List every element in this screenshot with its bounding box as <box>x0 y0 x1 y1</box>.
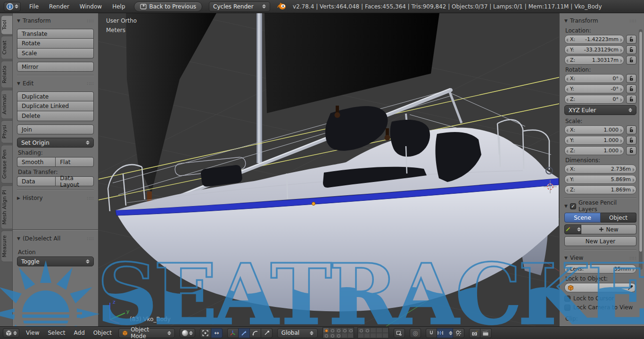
interaction-mode-select[interactable]: Object Mode <box>118 328 175 338</box>
rotate-button[interactable]: Rotate <box>17 39 94 49</box>
lock-scale-x-button[interactable] <box>626 125 636 134</box>
menu-help[interactable]: Help <box>110 3 127 10</box>
grease-pencil-scene-button[interactable]: Scene <box>564 213 601 223</box>
manipulator-axes-button[interactable] <box>227 328 239 338</box>
join-button[interactable]: Join <box>17 124 94 134</box>
deselect-all-panel-header[interactable]: ▼ (De)select All ∷∷ <box>17 234 94 243</box>
opengl-render-image-button[interactable] <box>469 328 480 338</box>
proportional-editing-button[interactable]: ◎ <box>410 328 421 338</box>
menu-render[interactable]: Render <box>47 3 71 10</box>
edit-panel-header[interactable]: ▼ Edit ∷∷ <box>17 79 94 88</box>
lock-rotation-z-button[interactable] <box>626 95 636 104</box>
lock-to-object-field[interactable] <box>564 283 636 292</box>
opengl-render-animation-button[interactable] <box>480 328 492 338</box>
lock-location-x-button[interactable] <box>626 35 636 44</box>
transform-panel-header[interactable]: ▼ Transform ∷∷ <box>564 16 636 25</box>
tab-measure[interactable]: Measure <box>1 231 13 262</box>
lock-location-z-button[interactable] <box>626 56 636 65</box>
rotation-mode-select[interactable]: XYZ Euler <box>564 105 636 115</box>
translate-manipulator-button[interactable] <box>239 328 250 338</box>
layers-widget[interactable] <box>322 327 389 339</box>
panel-grip-icon[interactable]: ∷∷ <box>87 81 94 86</box>
menu-view[interactable]: View <box>24 330 41 336</box>
tab-tool[interactable]: Tool <box>1 15 13 34</box>
render-engine-select[interactable]: Cycles Render <box>209 1 270 12</box>
editor-type-selector[interactable] <box>4 2 21 11</box>
panel-grip-icon[interactable]: ∷∷ <box>87 236 94 241</box>
lens-field[interactable]: Lens:35mm <box>564 265 636 273</box>
scale-y-field[interactable]: Y:1.000 <box>564 136 624 145</box>
dimension-y-field[interactable]: Y:5.869m <box>564 175 636 184</box>
mirror-button[interactable]: Mirror <box>17 62 94 72</box>
location-y-field[interactable]: Y:-33.23129cm <box>564 45 624 54</box>
lock-to-scene-button[interactable] <box>394 328 405 338</box>
scale-x-field[interactable]: X:1.000 <box>564 125 624 134</box>
grease-pencil-object-button[interactable]: Object <box>601 213 636 223</box>
rotation-z-field[interactable]: Z:0° <box>564 95 624 104</box>
menu-file[interactable]: File <box>27 3 41 10</box>
history-panel-header[interactable]: ▶ History ∷∷ <box>17 193 94 203</box>
lock-rotation-y-button[interactable] <box>626 84 636 93</box>
transform-orientation-select[interactable]: Global <box>277 328 318 338</box>
translate-button[interactable]: Translate <box>17 29 94 39</box>
action-select[interactable]: Toggle <box>17 256 94 266</box>
menu-select[interactable]: Select <box>46 330 67 336</box>
grease-pencil-checkbox[interactable]: ✓ <box>570 203 576 209</box>
transform-panel-header[interactable]: ▼ Transform ∷∷ <box>17 16 94 25</box>
data-button[interactable]: Data <box>17 176 55 186</box>
rotation-x-field[interactable]: X:0° <box>564 74 624 83</box>
grease-pencil-panel-header[interactable]: ▼ ✓ Grease Pencil Layers <box>564 201 636 211</box>
tab-physics[interactable]: Physi <box>1 120 13 143</box>
3d-viewport[interactable]: User Ortho Meters (83) Vko_Body z y <box>99 13 559 326</box>
snap-target-select[interactable] <box>453 328 464 338</box>
dimension-z-field[interactable]: Z:1.869m <box>564 185 636 194</box>
set-origin-select[interactable]: Set Origin <box>17 138 94 148</box>
duplicate-linked-button[interactable]: Duplicate Linked <box>17 101 94 111</box>
grease-pencil-brush-select[interactable] <box>564 224 581 234</box>
menu-window[interactable]: Window <box>78 3 104 10</box>
duplicate-button[interactable]: Duplicate <box>17 91 94 101</box>
snap-toggle-button[interactable] <box>426 328 437 338</box>
location-x-field[interactable]: X:-1.42223mm <box>564 35 624 44</box>
rotation-y-field[interactable]: Y:-0° <box>564 84 624 93</box>
lock-scale-z-button[interactable] <box>626 146 636 155</box>
manipulator-toggle-button[interactable]: ↔ <box>211 328 223 338</box>
lock-to-cursor-checkbox[interactable] <box>564 296 570 302</box>
panel-grip-icon[interactable]: ∷∷ <box>87 18 94 24</box>
tab-mesh-align[interactable]: Mesh Align Pl <box>1 185 13 229</box>
tab-grease-pencil[interactable]: Grease Pen <box>1 145 13 183</box>
new-layer-button[interactable]: New Layer <box>564 236 636 246</box>
shade-flat-button[interactable]: Flat <box>55 157 94 167</box>
back-to-previous-button[interactable]: Back to Previous <box>134 1 203 12</box>
menu-add[interactable]: Add <box>72 330 87 336</box>
lock-camera-to-view-checkbox[interactable] <box>564 305 570 311</box>
mast[interactable] <box>256 13 262 163</box>
panel-grip-icon[interactable]: ∷∷ <box>629 256 636 261</box>
scale-z-field[interactable]: Z:1.000 <box>564 146 624 155</box>
location-z-field[interactable]: Z:1.30317m <box>564 56 624 65</box>
lock-scale-y-button[interactable] <box>626 136 636 145</box>
tab-create[interactable]: Creat <box>1 36 13 59</box>
pivot-point-select[interactable] <box>200 328 211 338</box>
editor-type-selector[interactable] <box>3 328 19 338</box>
panel-grip-icon[interactable]: ∷∷ <box>87 196 94 201</box>
panel-scrollbar[interactable] <box>639 29 643 270</box>
layer-grid-left[interactable] <box>322 327 354 339</box>
snap-element-select[interactable] <box>437 328 453 338</box>
menu-object[interactable]: Object <box>91 330 114 336</box>
tab-animation[interactable]: Animati <box>1 90 13 119</box>
eyedropper-icon[interactable] <box>627 285 633 290</box>
dimension-x-field[interactable]: X:2.736m <box>564 165 636 174</box>
viewport-shading-select[interactable] <box>180 328 195 338</box>
panel-grip-icon[interactable]: ∷∷ <box>629 18 636 24</box>
tab-relations[interactable]: Relatio <box>1 61 13 88</box>
lock-rotation-x-button[interactable] <box>626 74 636 83</box>
layer-grid-right[interactable] <box>357 327 389 339</box>
view-panel-header[interactable]: ▼ View ∷∷ <box>564 253 636 263</box>
shade-smooth-button[interactable]: Smooth <box>17 157 55 167</box>
lock-location-y-button[interactable] <box>626 45 636 54</box>
rotate-manipulator-button[interactable] <box>250 328 261 338</box>
data-layout-button[interactable]: Data Layout <box>55 176 94 186</box>
delete-button[interactable]: Delete <box>17 111 94 121</box>
grease-pencil-new-button[interactable]: New <box>581 224 636 234</box>
